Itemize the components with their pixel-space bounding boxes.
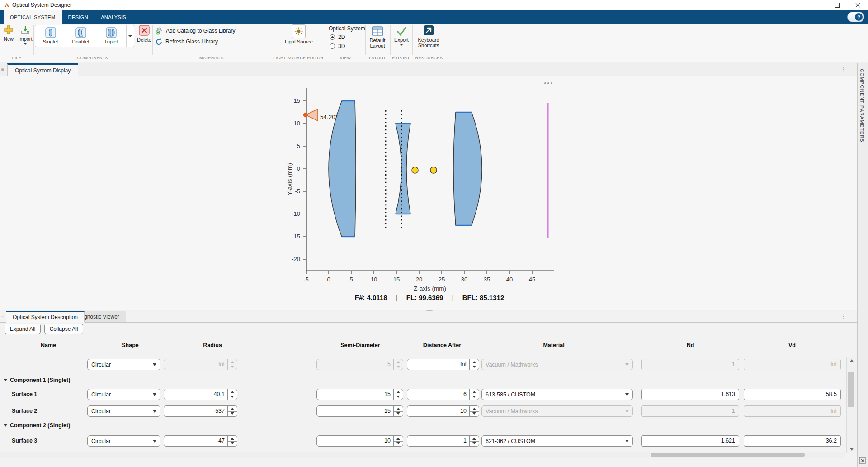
vd-field[interactable]: 58.5	[744, 389, 841, 400]
panel-menu-icon[interactable]: ⋮	[841, 313, 847, 320]
semi-diameter-spinner[interactable]: 10	[316, 435, 403, 447]
spinner-buttons[interactable]	[227, 436, 237, 446]
semi-diameter-spinner[interactable]: 15	[316, 405, 403, 417]
distance-after-spinner[interactable]: 10	[407, 405, 479, 417]
close-button[interactable]	[847, 0, 868, 10]
distance-after-spinner[interactable]: 1	[407, 435, 479, 447]
spinner-buttons[interactable]	[393, 389, 403, 400]
minimize-button[interactable]	[806, 0, 826, 10]
spinner-buttons[interactable]	[469, 359, 479, 370]
default-layout-button[interactable]: Default Layout	[367, 24, 388, 48]
tab-optical-system-description[interactable]: Optical System Description	[6, 311, 85, 323]
scrollbar-thumb[interactable]	[651, 453, 805, 457]
distance-after-spinner[interactable]: Inf	[407, 359, 479, 370]
shape-dropdown[interactable]: Circular	[87, 435, 160, 447]
new-button[interactable]: New	[0, 24, 17, 42]
svg-text:-10: -10	[292, 210, 300, 217]
lens-component-2[interactable]	[396, 124, 410, 214]
point-marker-2[interactable]	[430, 167, 437, 173]
vertical-scrollbar[interactable]	[846, 357, 856, 453]
shape-dropdown[interactable]: Circular	[87, 389, 160, 400]
material-dropdown[interactable]: 621-362 / CUSTOM	[481, 435, 633, 447]
light-source-marker[interactable]: 54.20°	[303, 109, 338, 121]
svg-text:-5: -5	[303, 276, 309, 283]
expand-all-button[interactable]: Expand All	[5, 324, 41, 334]
horizontal-scrollbar[interactable]	[0, 452, 845, 458]
collapse-all-button[interactable]: Collapse All	[44, 324, 83, 334]
nd-field[interactable]: 1.621	[641, 435, 739, 447]
axes-toolbar-icon[interactable]	[544, 82, 552, 84]
gallery-item-doublet[interactable]: Doublet	[66, 25, 96, 47]
shape-dropdown[interactable]: Circular	[87, 359, 160, 370]
gallery-item-triplet[interactable]: Triplet	[96, 25, 126, 47]
distance-after-spinner[interactable]: 6	[407, 389, 479, 400]
doublet-lens-icon	[75, 27, 87, 38]
shape-dropdown[interactable]: Circular	[87, 405, 160, 417]
delete-button[interactable]: Delete	[135, 24, 153, 43]
column-header-distance-after: Distance After	[423, 342, 461, 348]
component-group-row[interactable]: Component 1 (Singlet)	[4, 377, 70, 383]
lens-component-1[interactable]	[329, 101, 356, 237]
optical-system-plot[interactable]: 1510 50 -5-10 -15-20 -50 510	[0, 76, 857, 310]
gallery-expand-button[interactable]	[126, 25, 134, 47]
drag-grip-icon[interactable]: ≡	[1, 314, 6, 320]
scrollbar-thumb[interactable]	[848, 372, 854, 407]
material-dropdown[interactable]: 613-585 / CUSTOM	[481, 389, 633, 400]
import-dropdown-caret[interactable]	[24, 43, 27, 45]
section-label-light-source-editor: LIGHT SOURCE EDITOR	[273, 56, 323, 60]
export-button[interactable]: Export	[391, 24, 412, 46]
maximize-button[interactable]	[826, 0, 847, 10]
component-group-row[interactable]: Component 2 (Singlet)	[4, 422, 70, 429]
tab-design[interactable]: DESIGN	[62, 10, 95, 24]
scroll-down-icon[interactable]	[849, 448, 854, 451]
surface-name: Surface 1	[12, 391, 37, 397]
section-divider	[412, 25, 413, 55]
point-marker-1[interactable]	[412, 167, 418, 173]
spinner-buttons[interactable]	[227, 389, 237, 400]
panel-menu-icon[interactable]: ⋮	[841, 66, 847, 72]
spinner-buttons[interactable]	[227, 406, 237, 416]
radio-2d[interactable]: 2D	[330, 34, 345, 40]
spinner-buttons[interactable]	[469, 389, 479, 400]
table-row: Surface 3 Circular -47 10 1 621-362 / CU…	[0, 435, 845, 447]
keyboard-shortcuts-button[interactable]: Keyboard Shortcuts	[414, 24, 443, 48]
column-header-shape: Shape	[122, 342, 139, 348]
semi-diameter-spinner[interactable]: 15	[316, 389, 403, 400]
help-button[interactable]: ?	[847, 12, 864, 22]
light-source-button[interactable]: Light Source	[285, 24, 313, 44]
radius-spinner[interactable]: -47	[164, 435, 237, 447]
tab-optical-system-display[interactable]: Optical System Display	[7, 63, 78, 76]
spinner-buttons[interactable]	[469, 406, 479, 416]
component-parameters-strip[interactable]: COMPONENT PARAMETERS	[857, 63, 868, 467]
chevron-down-icon	[625, 363, 629, 366]
spinner-buttons[interactable]	[393, 406, 403, 416]
import-button[interactable]: Import	[16, 24, 34, 45]
vd-field[interactable]: 36.2	[744, 435, 841, 447]
source-angle-label: 54.20°	[320, 114, 338, 120]
spinner-buttons[interactable]	[393, 436, 403, 446]
scroll-up-icon[interactable]	[849, 359, 854, 362]
nd-field[interactable]: 1.613	[641, 389, 739, 400]
sun-icon	[292, 24, 306, 38]
material-dropdown: Vacuum / Mathworks	[481, 359, 633, 370]
refresh-glass-library-button[interactable]: Refresh Glass Library	[155, 37, 218, 46]
lens-component-3[interactable]	[453, 112, 482, 225]
table-row: Surface 2 Circular -537 15 10 Vacuum / M…	[0, 405, 845, 417]
chevron-down-icon	[153, 410, 156, 413]
radio-3d[interactable]: 3D	[330, 43, 345, 49]
ribbon-tab-bar: OPTICAL SYSTEM DESIGN ANALYSIS ?	[0, 10, 868, 24]
radius-spinner[interactable]: -537	[164, 405, 237, 417]
ribbon: FILE COMPONENTS MATERIALS LIGHT SOURCE E…	[0, 24, 868, 62]
svg-text:15: 15	[294, 97, 300, 104]
restore-panel-icon[interactable]	[859, 457, 866, 464]
section-divider	[325, 25, 326, 55]
tab-analysis[interactable]: ANALYSIS	[94, 10, 132, 24]
radius-spinner[interactable]: 40.1	[164, 389, 237, 400]
drag-grip-icon[interactable]: ≡	[1, 67, 6, 73]
export-dropdown-caret[interactable]	[400, 44, 403, 46]
tab-optical-system[interactable]: OPTICAL SYSTEM	[4, 10, 62, 24]
question-icon: ?	[855, 13, 863, 21]
spinner-buttons[interactable]	[469, 436, 479, 446]
add-catalog-button[interactable]: Add Catalog to Glass Library	[155, 26, 235, 35]
gallery-item-singlet[interactable]: Singlet	[35, 25, 66, 47]
